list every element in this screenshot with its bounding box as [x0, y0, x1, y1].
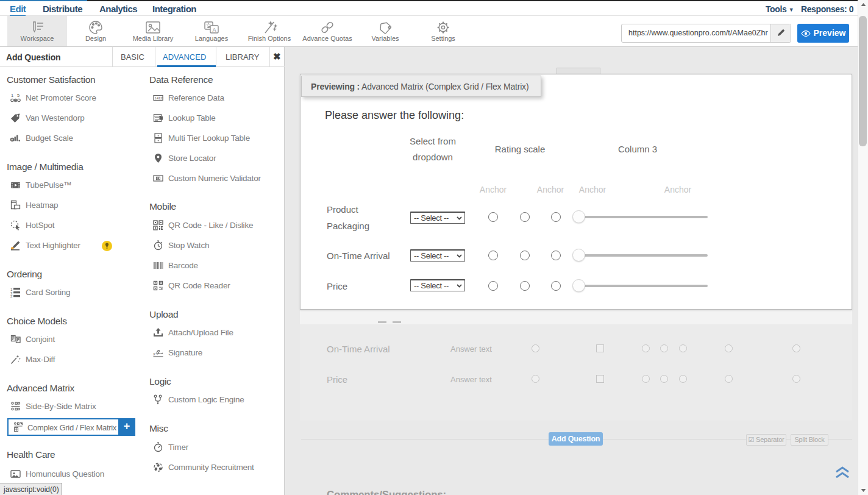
svg-text:A: A	[212, 27, 216, 33]
svg-text:e: e	[11, 137, 13, 141]
svg-text:1: 1	[11, 93, 13, 98]
svg-text:x: x	[153, 351, 156, 357]
svg-text:2: 2	[10, 294, 13, 297]
svg-text:14123: 14123	[155, 96, 164, 100]
svg-text:5: 5	[17, 93, 20, 98]
